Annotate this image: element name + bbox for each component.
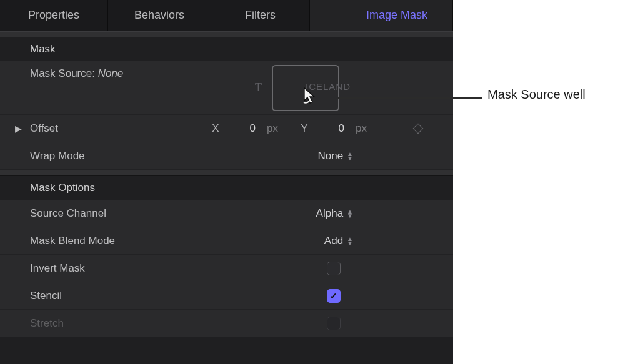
offset-x-label: X [207, 122, 224, 135]
wrap-mode-row: Wrap Mode None ▲▼ [0, 142, 453, 170]
stretch-checkbox [327, 317, 341, 330]
tab-image-mask[interactable]: Image Mask [310, 0, 453, 31]
callout-label: Mask Source well [488, 87, 586, 102]
blend-mode-select[interactable]: Add ▲▼ [130, 235, 453, 247]
mask-options-header: Mask Options [0, 176, 453, 200]
popup-stepper-icon: ▲▼ [347, 209, 353, 218]
stretch-row: Stretch [0, 310, 453, 337]
offset-x-value[interactable]: 0 [233, 122, 256, 135]
mask-section-header: Mask [0, 37, 453, 61]
tab-properties[interactable]: Properties [0, 0, 108, 31]
mask-source-value: None [98, 67, 124, 79]
stencil-row: Stencil ✓ [0, 282, 453, 310]
stencil-label: Stencil [30, 290, 130, 302]
offset-y-unit: px [353, 122, 376, 135]
drag-cursor-icon [302, 87, 318, 107]
wrap-mode-label: Wrap Mode [30, 150, 130, 162]
inspector-panel: Properties Behaviors Filters Image Mask … [0, 0, 453, 364]
divider-strip-2 [0, 170, 453, 176]
offset-label: Offset [30, 122, 130, 135]
stretch-label: Stretch [30, 317, 130, 330]
blend-mode-label: Mask Blend Mode [30, 235, 130, 247]
inspector-tabs: Properties Behaviors Filters Image Mask [0, 0, 453, 31]
offset-y-label: Y [296, 122, 313, 135]
well-preview-text: ICELAND [247, 81, 351, 92]
text-layer-icon: T [255, 81, 262, 94]
popup-stepper-icon: ▲▼ [347, 152, 353, 160]
tab-behaviors[interactable]: Behaviors [108, 0, 211, 31]
offset-y-value[interactable]: 0 [322, 122, 344, 135]
mask-source-label: Mask Source: None [30, 61, 453, 80]
source-channel-label: Source Channel [30, 207, 130, 220]
keyframe-icon[interactable] [413, 123, 424, 134]
stencil-checkbox[interactable]: ✓ [327, 289, 341, 303]
mask-blend-mode-row: Mask Blend Mode Add ▲▼ [0, 227, 453, 255]
offset-x-unit: px [264, 122, 287, 135]
mask-source-row: Mask Source: None T ICELAND [0, 61, 453, 115]
divider-strip [0, 31, 453, 37]
check-icon: ✓ [330, 291, 338, 301]
blend-mode-value: Add [324, 235, 343, 247]
tab-filters[interactable]: Filters [211, 0, 310, 31]
mask-source-well[interactable]: ICELAND [272, 65, 339, 111]
callout-line [338, 97, 482, 99]
invert-mask-checkbox[interactable] [327, 262, 341, 275]
mask-source-label-text: Mask Source: [30, 67, 95, 79]
popup-stepper-icon: ▲▼ [347, 237, 353, 245]
source-channel-select[interactable]: Alpha ▲▼ [130, 207, 453, 220]
wrap-mode-value: None [318, 150, 343, 162]
offset-disclosure-icon[interactable]: ▶ [15, 124, 22, 134]
source-channel-row: Source Channel Alpha ▲▼ [0, 200, 453, 227]
wrap-mode-select[interactable]: None ▲▼ [130, 150, 453, 162]
offset-row: ▶ Offset X 0 px Y 0 px [0, 115, 453, 142]
source-channel-value: Alpha [316, 207, 343, 220]
invert-mask-row: Invert Mask [0, 255, 453, 282]
invert-mask-label: Invert Mask [30, 262, 130, 275]
